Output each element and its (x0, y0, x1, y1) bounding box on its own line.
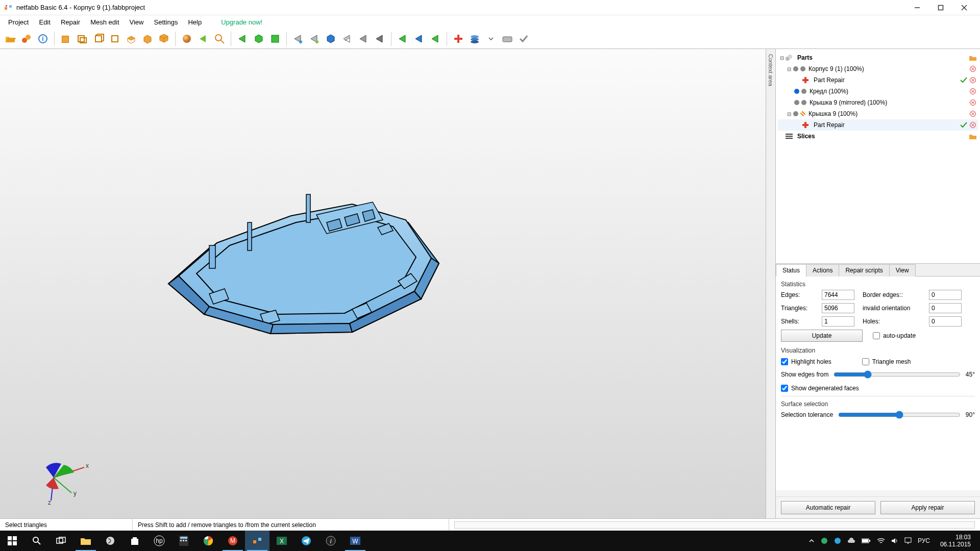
tray-wifi-icon[interactable] (877, 538, 885, 544)
show-degen-checkbox[interactable]: Show degenerated faces (781, 385, 975, 392)
selection-tolerance-slider[interactable] (838, 411, 961, 419)
menu-view[interactable]: View (125, 16, 149, 28)
taskbar-app-red-icon[interactable]: M (220, 531, 245, 551)
show-edges-slider[interactable] (834, 370, 960, 379)
taskbar-chrome-icon[interactable] (196, 531, 220, 551)
tree-item[interactable]: ⊟ Крышка 9 (100%) (778, 108, 978, 119)
taskbar-info-icon[interactable]: i (318, 531, 343, 551)
tri-left-green-icon[interactable] (235, 32, 250, 46)
taskbar-app1-icon[interactable] (98, 531, 122, 551)
taskbar-telegram-icon[interactable] (294, 531, 318, 551)
zoom-icon[interactable] (212, 32, 227, 46)
minimize-button[interactable] (905, 0, 929, 15)
taskbar-excel-icon[interactable]: X (270, 531, 294, 551)
triangles-value[interactable] (822, 303, 854, 313)
tray-volume-icon[interactable] (891, 538, 898, 544)
tray-telegram-icon[interactable] (834, 537, 841, 544)
layers-icon[interactable] (468, 32, 482, 46)
folder-icon[interactable] (969, 54, 977, 62)
tri-blue-icon[interactable] (412, 32, 426, 46)
tree-root-parts[interactable]: ⊟ Parts (778, 52, 978, 63)
check-icon[interactable] (960, 76, 968, 84)
cube-top-icon[interactable] (124, 32, 138, 46)
parts-tree[interactable]: ⊟ Parts ⊟ Корпус 9 (1) (100%) Pa (776, 49, 980, 263)
close-button[interactable] (952, 0, 976, 15)
delete-icon[interactable] (969, 65, 977, 73)
repair-plus-icon[interactable] (451, 32, 465, 46)
square-green-icon[interactable] (268, 32, 282, 46)
edges-value[interactable] (822, 290, 854, 300)
invalid-orientation-value[interactable] (929, 303, 962, 313)
cube-right-icon[interactable] (108, 32, 122, 46)
tray-language[interactable]: РУС (918, 537, 930, 544)
maximize-button[interactable] (929, 0, 952, 15)
tray-cloud-icon[interactable] (847, 538, 855, 544)
wedge-gray3-icon[interactable] (356, 32, 371, 46)
arrow-left-green-icon[interactable] (196, 32, 210, 46)
taskbar-hp-icon[interactable]: hp (147, 531, 172, 551)
tray-app1-icon[interactable] (821, 537, 828, 544)
dropdown-icon[interactable] (484, 32, 498, 46)
taskview-icon[interactable] (49, 531, 74, 551)
menu-help[interactable]: Help (183, 16, 207, 28)
delete-icon[interactable] (969, 87, 977, 95)
delete-icon[interactable] (969, 98, 977, 107)
cube-blue-icon[interactable] (324, 32, 338, 46)
auto-update-checkbox[interactable]: auto-update (873, 332, 916, 339)
tree-root-slices[interactable]: Slices (778, 131, 978, 142)
apply-repair-button[interactable]: Apply repair (880, 501, 975, 514)
wedge-gray4-icon[interactable] (373, 32, 387, 46)
tray-clock[interactable]: 18:03 06.11.2015 (936, 534, 975, 548)
shells-value[interactable] (822, 316, 854, 327)
shade-sphere-icon[interactable] (180, 32, 194, 46)
tree-item[interactable]: Крышка 9 (mirrored) (100%) (778, 97, 978, 108)
menu-settings[interactable]: Settings (149, 16, 183, 28)
taskbar-calc-icon[interactable] (172, 531, 196, 551)
check-icon[interactable] (960, 121, 968, 129)
tri-green2-icon[interactable] (396, 32, 410, 46)
menu-edit[interactable]: Edit (34, 16, 55, 28)
tab-repair-scripts[interactable]: Repair scripts (839, 264, 889, 277)
tab-actions[interactable]: Actions (806, 264, 839, 277)
update-button[interactable]: Update (781, 330, 863, 342)
delete-icon[interactable] (969, 110, 977, 118)
open-icon[interactable] (3, 32, 17, 46)
tab-view[interactable]: View (889, 264, 916, 277)
tri-green3-icon[interactable] (428, 32, 443, 46)
search-icon[interactable] (24, 531, 49, 551)
viewport-3d[interactable]: x y z (0, 49, 766, 518)
tray-action-center-icon[interactable] (904, 537, 912, 544)
tree-item[interactable]: Кредл (100%) (778, 86, 978, 97)
delete-icon[interactable] (969, 76, 977, 84)
menu-repair[interactable]: Repair (56, 16, 85, 28)
system-tray[interactable]: РУС 18:03 06.11.2015 (803, 534, 980, 548)
tree-item[interactable]: ⊟ Корпус 9 (1) (100%) (778, 63, 978, 74)
menu-meshedit[interactable]: Mesh edit (85, 16, 124, 28)
taskbar-netfabb-icon[interactable] (245, 531, 270, 551)
cube-bottom-icon[interactable] (140, 32, 155, 46)
menu-project[interactable]: Project (3, 16, 34, 28)
tab-status[interactable]: Status (776, 264, 806, 277)
tree-item-repair[interactable]: Part Repair (778, 74, 978, 86)
tree-item-repair[interactable]: Part Repair (778, 119, 978, 131)
keyboard-icon[interactable] (500, 32, 514, 46)
triangle-mesh-checkbox[interactable]: Triangle mesh (862, 358, 911, 365)
tray-battery-icon[interactable] (862, 538, 871, 543)
taskbar-word-icon[interactable]: W (343, 531, 368, 551)
cube-back-icon[interactable] (75, 32, 89, 46)
parts-icon[interactable] (19, 32, 34, 46)
checkmark-icon[interactable] (517, 32, 531, 46)
automatic-repair-button[interactable]: Automatic repair (781, 501, 875, 514)
cube-left-icon[interactable] (91, 32, 106, 46)
highlight-holes-checkbox[interactable]: Highlight holes (781, 358, 831, 365)
border-edges-value[interactable] (929, 290, 962, 300)
context-area-handle[interactable]: Context area (766, 49, 776, 518)
taskbar-explorer-icon[interactable] (74, 531, 98, 551)
holes-value[interactable] (929, 316, 962, 327)
hex-green-icon[interactable] (252, 32, 266, 46)
cube-iso-icon[interactable] (157, 32, 171, 46)
info-globe-icon[interactable]: i (36, 32, 50, 46)
folder-icon[interactable] (969, 132, 977, 140)
delete-icon[interactable] (969, 121, 977, 129)
menu-upgrade[interactable]: Upgrade now! (216, 16, 267, 28)
